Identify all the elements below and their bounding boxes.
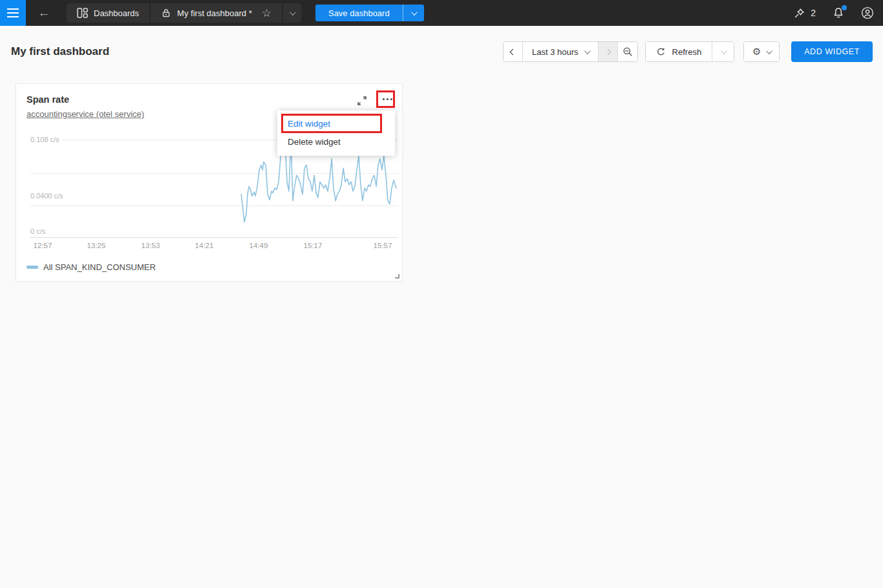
- save-dashboard-dropdown-button[interactable]: [403, 5, 424, 21]
- widget-resize-handle[interactable]: [395, 274, 399, 278]
- settings-group: ⚙: [743, 41, 780, 62]
- page-title: My first dashboard: [11, 45, 109, 58]
- gridline: [30, 173, 398, 174]
- tab-my-first-dashboard[interactable]: My first dashboard * ☆: [151, 3, 282, 23]
- x-tick-label: 13:53: [142, 242, 160, 249]
- x-axis-line: [30, 237, 398, 238]
- dashboard-settings-button[interactable]: ⚙: [744, 42, 779, 61]
- notifications-button[interactable]: [833, 7, 844, 19]
- chevron-down-icon: [411, 9, 418, 16]
- widget-subtitle-link[interactable]: accountingservice (otel service): [27, 109, 144, 119]
- widget-expand-button[interactable]: [356, 94, 370, 108]
- menu-hamburger-button[interactable]: [0, 0, 26, 26]
- x-tick-label: 14:49: [250, 242, 268, 249]
- timeframe-group: Last 3 hours: [503, 41, 638, 62]
- chevron-right-icon: [604, 48, 611, 55]
- more-dots-icon: [383, 98, 385, 100]
- x-tick-label: 15:57: [374, 242, 392, 249]
- zoom-out-icon: [622, 47, 633, 57]
- pin-count-badge: 2: [811, 8, 816, 18]
- menu-item-edit-widget[interactable]: Edit widget: [277, 115, 395, 133]
- y-tick-label: 0.108 c/s: [30, 136, 59, 143]
- user-avatar-button[interactable]: [861, 6, 874, 19]
- gear-icon: ⚙: [752, 46, 761, 58]
- back-button[interactable]: ←: [32, 1, 56, 25]
- widget-title: Span rate: [27, 94, 69, 105]
- timeframe-previous-button[interactable]: [504, 42, 522, 61]
- notification-dot: [842, 5, 847, 10]
- expand-icon: [356, 95, 368, 107]
- breadcrumb-tabs: Dashboards My first dashboard * ☆: [67, 3, 301, 23]
- dashboard-toolbar: Last 3 hours Refresh ⚙ ADD WID: [503, 41, 873, 62]
- widget-context-menu: Edit widget Delete widget: [277, 110, 395, 156]
- avatar-icon: [861, 6, 874, 19]
- menu-item-delete-widget[interactable]: Delete widget: [277, 133, 395, 151]
- widget-more-options-button[interactable]: [380, 92, 394, 106]
- x-tick-label: 15:17: [304, 242, 323, 249]
- chevron-down-icon: [290, 9, 296, 16]
- chevron-down-icon: [721, 48, 727, 54]
- pinned-items-button[interactable]: 2: [794, 8, 816, 19]
- refresh-button[interactable]: Refresh: [646, 42, 712, 61]
- chevron-down-icon: [766, 48, 772, 54]
- legend-swatch: [27, 266, 38, 269]
- chevron-down-icon: [584, 48, 591, 54]
- x-axis-labels: 12:5713:2513:5314:2114:4915:1715:57: [16, 242, 403, 251]
- timeframe-next-button[interactable]: [598, 42, 617, 61]
- top-bar: ← Dashboards My first dashboard * ☆ Save…: [0, 0, 883, 26]
- hamburger-icon: [7, 8, 19, 10]
- legend-label: All SPAN_KIND_CONSUMER: [43, 262, 156, 272]
- refresh-group: Refresh: [645, 41, 735, 62]
- pin-icon: [794, 8, 805, 19]
- x-tick-label: 13:25: [87, 242, 106, 249]
- refresh-icon: [656, 47, 666, 57]
- lock-icon: [161, 8, 171, 18]
- timeframe-selector[interactable]: Last 3 hours: [522, 42, 598, 61]
- refresh-dropdown-button[interactable]: [712, 42, 734, 61]
- tab-label: My first dashboard *: [177, 8, 252, 18]
- x-tick-label: 12:57: [34, 242, 52, 249]
- chevron-left-icon: [510, 48, 516, 55]
- gridline: [30, 205, 398, 206]
- add-widget-button[interactable]: ADD WIDGET: [791, 41, 873, 62]
- save-dashboard-split-button: Save dashboard: [315, 5, 424, 21]
- y-tick-label: 0 c/s: [30, 227, 45, 235]
- legend-item[interactable]: All SPAN_KIND_CONSUMER: [27, 262, 156, 272]
- timeframe-label: Last 3 hours: [532, 47, 579, 57]
- save-dashboard-button[interactable]: Save dashboard: [315, 5, 403, 21]
- refresh-label: Refresh: [672, 47, 702, 57]
- tab-label: Dashboards: [94, 8, 139, 18]
- timeframe-zoom-out-button[interactable]: [617, 42, 637, 61]
- tabs-dropdown-button[interactable]: [283, 3, 301, 23]
- tab-dashboards[interactable]: Dashboards: [67, 3, 149, 23]
- y-tick-label: 0.0400 c/s: [30, 192, 63, 200]
- favorite-star-icon[interactable]: ☆: [262, 6, 271, 20]
- dashboards-grid-icon: [77, 8, 88, 18]
- x-tick-label: 14:21: [195, 242, 214, 249]
- widget-span-rate: Span rate accountingservice (otel servic…: [16, 83, 403, 282]
- topbar-right-actions: 2: [794, 6, 883, 19]
